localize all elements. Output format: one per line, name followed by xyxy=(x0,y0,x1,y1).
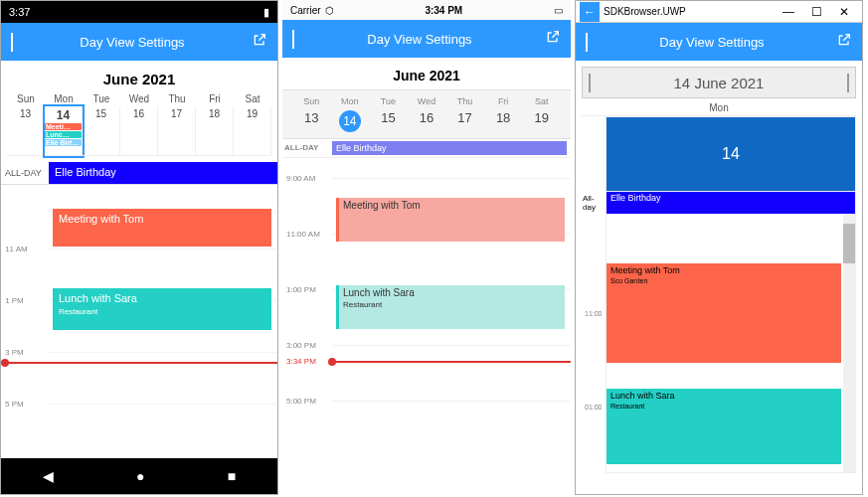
timeline[interactable]: 9:00 AM 11:00 AM 1:00 PM 3:00 PM 5:00 PM… xyxy=(282,158,571,466)
maximize-button[interactable]: ☐ xyxy=(802,5,830,19)
date-cell[interactable]: 15 xyxy=(83,106,120,156)
allday-event[interactable]: Elle Birthday xyxy=(49,162,277,184)
minimize-button[interactable]: — xyxy=(775,5,802,19)
close-button[interactable]: ✕ xyxy=(830,5,858,19)
android-status-bar: 3:37 ▮ xyxy=(1,1,277,23)
weekday: Sun xyxy=(292,96,331,106)
window-titlebar: ← SDKBrowser.UWP — ☐ ✕ xyxy=(576,1,862,23)
allday-label: All-day xyxy=(583,192,607,214)
nav-recent-button[interactable]: ■ xyxy=(228,468,236,484)
allday-label: ALL-DAY xyxy=(1,162,49,184)
weekday: Mon xyxy=(45,93,83,104)
date-cell[interactable]: 17 xyxy=(445,110,484,132)
window-title: SDKBrowser.UWP xyxy=(604,6,686,17)
allday-row: All-day Elle Birthday xyxy=(607,191,855,214)
external-link-button[interactable] xyxy=(836,32,852,52)
allday-row: ALL-DAY Elle Birthday xyxy=(282,139,571,158)
time-label: 1:00 PM xyxy=(286,285,316,294)
next-day-button[interactable] xyxy=(847,74,849,91)
date-cell[interactable]: 19 xyxy=(234,106,271,156)
time-label: 5:00 PM xyxy=(286,397,316,406)
app-header: Day View Settings xyxy=(576,23,862,61)
time-label: 11 AM xyxy=(5,245,28,253)
header-title: Day View Settings xyxy=(294,32,545,47)
weekday-row: SunMonTueWedThuFriSat xyxy=(1,91,277,106)
time-label: 5 PM xyxy=(5,400,24,409)
titlebar-back-button[interactable]: ← xyxy=(580,2,600,22)
calendar-event[interactable]: Meeting with Tom xyxy=(336,198,565,242)
time-label: 3 PM xyxy=(5,348,24,357)
date-cell[interactable]: 13 xyxy=(292,110,331,132)
weekday: Fri xyxy=(484,96,523,106)
time-label: 11:00 xyxy=(585,310,603,317)
timeline[interactable]: 11 AM 1 PM 3 PM 5 PM Meeting with Tom Lu… xyxy=(1,185,277,414)
ios-status-bar: Carrier ⬡ 3:34 PM ▭ xyxy=(282,0,571,20)
day-column: 14 All-day Elle Birthday 11:00 01:00 Mee… xyxy=(582,116,856,473)
month-title: June 2021 xyxy=(1,61,277,91)
day-number[interactable]: 14 xyxy=(607,117,855,191)
header-title: Day View Settings xyxy=(13,35,252,50)
wifi-icon: ⬡ xyxy=(325,5,334,16)
external-link-button[interactable] xyxy=(545,29,561,49)
date-cell[interactable]: 17 xyxy=(158,106,196,156)
date-cell[interactable]: 16 xyxy=(120,106,158,156)
date-cell[interactable]: 13 xyxy=(7,106,45,156)
chevron-right-icon xyxy=(847,74,849,92)
allday-event[interactable]: Elle Birthday xyxy=(332,141,567,155)
date-cell[interactable]: 14Meeti…Lunc…Elle Birt… xyxy=(45,106,83,156)
date-cell[interactable]: 18 xyxy=(484,110,523,132)
allday-row: ALL-DAY Elle Birthday xyxy=(1,162,277,185)
weekday: Tue xyxy=(369,96,408,106)
battery-icon: ▮ xyxy=(263,6,269,19)
battery-icon: ▭ xyxy=(554,5,563,16)
date-cell[interactable]: 15 xyxy=(369,110,408,132)
status-time: 3:37 xyxy=(9,6,30,18)
weekday: Mon xyxy=(331,96,370,106)
allday-label: ALL-DAY xyxy=(282,139,332,157)
header-title: Day View Settings xyxy=(588,35,836,50)
allday-event[interactable]: Elle Birthday xyxy=(607,192,855,214)
weekday: Thu xyxy=(158,93,196,104)
weekday: Sun xyxy=(7,93,45,104)
nav-back-button[interactable]: ◀ xyxy=(43,468,54,484)
date-cell[interactable]: 14 xyxy=(331,110,370,132)
nav-home-button[interactable]: ● xyxy=(136,468,144,484)
scrollbar-thumb[interactable] xyxy=(843,224,855,263)
week-strip[interactable]: SunMonTueWedThuFriSat 13141516171819 xyxy=(282,89,571,139)
weekday-label: Mon xyxy=(582,102,856,116)
time-label: 3:00 PM xyxy=(286,341,316,350)
app-header: Day View Settings xyxy=(282,20,571,58)
weekday: Thu xyxy=(445,96,484,106)
weekday: Tue xyxy=(83,93,120,104)
ios-device: Carrier ⬡ 3:34 PM ▭ Day View Settings Ju… xyxy=(282,0,571,495)
time-label: 01:00 xyxy=(585,404,603,411)
date-cell[interactable]: 18 xyxy=(196,106,234,156)
calendar-event[interactable]: Meeting with Tom xyxy=(53,209,271,247)
timeline[interactable]: 11:00 01:00 Meeting with TomSco Garden L… xyxy=(607,214,855,472)
now-indicator xyxy=(332,361,571,363)
weekday: Wed xyxy=(408,96,446,106)
scrollbar[interactable] xyxy=(843,214,855,472)
date-header: 14 June 2021 xyxy=(582,67,856,98)
calendar-event[interactable]: Lunch with SaraRestaurant xyxy=(336,285,565,329)
date-cell[interactable]: 16 xyxy=(408,110,446,132)
app-header: Day View Settings xyxy=(1,23,277,61)
weekday: Fri xyxy=(196,93,234,104)
date-cell[interactable]: 19 xyxy=(522,110,561,132)
external-link-button[interactable] xyxy=(252,32,267,52)
status-time: 3:34 PM xyxy=(334,5,554,16)
android-device: 3:37 ▮ Day View Settings June 2021 SunMo… xyxy=(0,0,278,495)
weekday: Sat xyxy=(234,93,271,104)
android-nav-bar: ◀ ● ■ xyxy=(1,458,277,494)
date-row[interactable]: 1314Meeti…Lunc…Elle Birt…1516171819 xyxy=(1,106,277,156)
now-indicator xyxy=(1,362,277,364)
calendar-event[interactable]: Lunch with SaraRestaurant xyxy=(607,389,841,464)
time-label: 1 PM xyxy=(5,296,24,305)
date-header-label: 14 June 2021 xyxy=(591,75,847,91)
calendar-event[interactable]: Meeting with TomSco Garden xyxy=(607,263,841,363)
calendar-event[interactable]: Lunch with SaraRestaurant xyxy=(53,288,271,330)
weekday: Wed xyxy=(120,93,158,104)
weekday: Sat xyxy=(522,96,561,106)
time-label: 11:00 AM xyxy=(286,230,320,239)
now-time-label: 3:34 PM xyxy=(286,357,316,366)
